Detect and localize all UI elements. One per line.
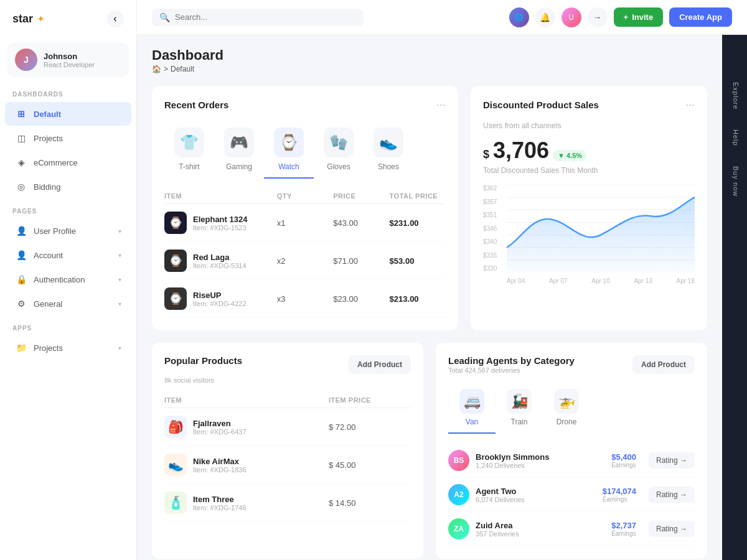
col-price: PRICE (333, 192, 389, 200)
chart-x-label: Apr 04 (507, 278, 525, 284)
sidebar-item-user-profile[interactable]: 👤 User Profile ▾ (5, 219, 131, 243)
sidebar-user-profile: J Johnson React Developer (7, 42, 129, 77)
sidebar-item-ecommerce[interactable]: ◈ eCommerce (5, 151, 131, 174)
item-sku: Item: #XDG-6437 (193, 428, 247, 436)
breadcrumb: 🏠 > Default (152, 65, 223, 73)
item-sku: Item: #XDG-1523 (193, 224, 247, 231)
rating-button[interactable]: Rating → (649, 452, 695, 469)
grid-icon: ⊞ (15, 108, 27, 120)
help-button[interactable]: Help (725, 119, 745, 156)
explore-button[interactable]: Explore (725, 72, 745, 119)
sidebar-item-default[interactable]: ⊞ Default (5, 102, 131, 126)
add-product-button-agents[interactable]: Add Product (632, 355, 695, 374)
create-app-button[interactable]: Create App (669, 7, 732, 27)
item-sku: Item: #XDG-5314 (193, 262, 247, 269)
tab-van[interactable]: 🚐 Van (448, 383, 496, 434)
sidebar-item-label: Bidding (34, 182, 60, 192)
chart-y-label: $362 (483, 185, 497, 192)
sidebar-item-general[interactable]: ⚙ General ▾ (5, 292, 131, 315)
agent-stats: $2,737 Earnings Rating → (611, 521, 695, 537)
section-title-dashboards: DASHBOARDS (0, 82, 136, 101)
tab-tshirt[interactable]: 👕 T-shirt (164, 121, 214, 179)
tab-drone[interactable]: 🚁 Drone (543, 383, 590, 434)
popular-products-card: Popular Products Add Product 8k social v… (152, 343, 423, 559)
tab-gaming[interactable]: 🎮 Gaming (214, 121, 264, 179)
sidebar-item-label: Authentication (34, 275, 85, 284)
tab-train[interactable]: 🚂 Train (496, 383, 543, 434)
sidebar-item-label: Account (34, 251, 63, 260)
sidebar-item-projects[interactable]: ◫ Projects (5, 126, 131, 150)
chart-x-labels: Apr 04 Apr 07 Apr 10 Apr 13 Apr 18 (507, 278, 695, 284)
item-thumbnail: ⌚ (164, 287, 187, 310)
agent-row: ZA Zuid Area 357 Deliveries $2,737 Earni… (448, 512, 695, 546)
invite-button[interactable]: + Invite (614, 7, 664, 27)
drone-icon: 🚁 (554, 389, 579, 414)
item-name: Item Three (193, 495, 247, 504)
sidebar-item-projects-app[interactable]: 📁 Projects ▾ (5, 336, 131, 360)
agent-name: Zuid Area (476, 521, 519, 530)
sidebar-item-label: Projects (34, 134, 63, 143)
folder-icon: 📁 (15, 342, 27, 354)
sales-card-title: Discounted Product Sales (483, 100, 599, 110)
sidebar-item-account[interactable]: 👤 Account ▾ (5, 243, 131, 267)
agent-stats: $174,074 Earnings Rating → (603, 487, 695, 503)
rating-button[interactable]: Rating → (649, 487, 695, 503)
agent-row: A2 Agent Two 6,074 Deliveries $174,074 E… (448, 478, 695, 512)
chart-x-label: Apr 07 (549, 278, 567, 284)
item-price: $ 14.50 (329, 498, 411, 508)
col-qty: QTY (277, 192, 333, 200)
tab-label: Gloves (327, 162, 350, 171)
sales-subtitle: Users from all channels (483, 121, 695, 130)
search-icon: 🔍 (159, 12, 170, 22)
category-tabs: 👕 T-shirt 🎮 Gaming ⌚ Watch (164, 121, 446, 179)
tab-shoes[interactable]: 👟 Shoes (364, 121, 413, 179)
buy-now-button[interactable]: Buy now (725, 156, 745, 207)
item-total: $213.00 (390, 294, 446, 304)
leading-agents-card: Leading Agents by Category Total 424,567… (436, 343, 707, 559)
item-thumbnail: ⌚ (164, 250, 187, 272)
chart-y-labels: $362 $357 $351 $346 $340 $335 $330 (483, 185, 497, 272)
search-input[interactable] (175, 12, 356, 22)
popular-row: 🧴 Item Three Item: #XDG-1746 $ 14.50 (164, 484, 411, 522)
sidebar-item-authentication[interactable]: 🔒 Authentication ▾ (5, 268, 131, 291)
more-options-icon[interactable]: ··· (685, 98, 695, 111)
more-options-icon[interactable]: ··· (436, 98, 446, 111)
notification-button[interactable]: 🔔 (535, 7, 555, 27)
ecommerce-icon: ◈ (15, 156, 27, 169)
chart-y-label: $351 (483, 212, 497, 218)
sidebar-item-label: Default (34, 110, 61, 119)
agents-title: Leading Agents by Category (448, 355, 575, 366)
item-name: Fjallraven (193, 419, 247, 428)
popular-title: Popular Products (164, 355, 242, 366)
tab-gloves[interactable]: 🧤 Gloves (314, 121, 364, 179)
popular-header: Popular Products Add Product (164, 355, 411, 374)
item-sku: Item: #XDG-1836 (193, 466, 247, 474)
topbar-right: 🌐 🔔 U → + Invite Create App (509, 7, 732, 27)
section-title-apps: APPS (0, 316, 136, 335)
user-name: Johnson (44, 52, 95, 61)
discount-sales-card: Discounted Product Sales ··· Users from … (471, 86, 707, 330)
tab-label: Drone (557, 418, 577, 426)
tab-watch[interactable]: ⌚ Watch (264, 121, 314, 179)
product-icon: 🎒 (164, 416, 187, 438)
add-product-button[interactable]: Add Product (349, 355, 411, 374)
chart-x-label: Apr 18 (677, 278, 695, 284)
sidebar-toggle-button[interactable]: ‹ (106, 10, 124, 27)
item-info: ⌚ Red Laga Item: #XDG-5314 (164, 250, 277, 272)
tab-label: Watch (278, 162, 299, 171)
sidebar-item-bidding[interactable]: ◎ Bidding (5, 175, 131, 198)
right-sidebar: Explore Help Buy now (722, 35, 747, 560)
dashboards-section: DASHBOARDS ⊞ Default ◫ Projects ◈ eComme… (0, 82, 136, 199)
arrow-right-icon[interactable]: → (588, 7, 608, 27)
rating-button[interactable]: Rating → (649, 521, 695, 537)
user-role: React Developer (44, 61, 95, 68)
page-header: Dashboard 🏠 > Default (152, 47, 707, 73)
account-icon: 👤 (15, 249, 27, 261)
sidebar-item-label: General (34, 299, 62, 309)
popular-row: 👟 Nike AirMax Item: #XDG-1836 $ 45.00 (164, 446, 411, 484)
item-total: $231.00 (390, 218, 446, 228)
watch-icon: ⌚ (274, 128, 304, 157)
chevron-down-icon: ▾ (118, 301, 121, 307)
popular-subtitle: 8k social visitors (164, 376, 411, 384)
chart-y-label: $330 (483, 265, 497, 272)
